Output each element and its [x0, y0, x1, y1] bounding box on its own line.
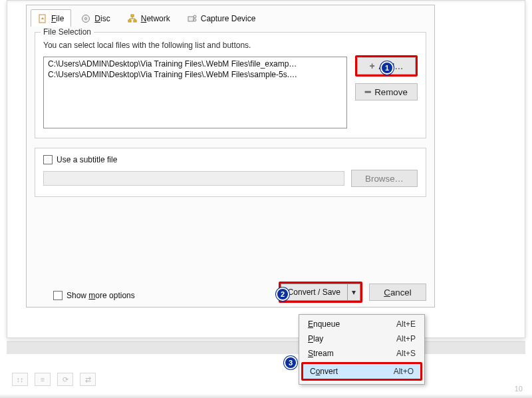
browse-button: Browse…: [351, 170, 418, 187]
cancel-label: Cancel: [384, 288, 412, 298]
bg-control-icon: ⟳: [57, 373, 73, 386]
tab-network-label: Network: [141, 14, 170, 23]
subtitle-path-input: [43, 171, 344, 186]
dialog-footer: Convert / Save ▾ Cancel: [279, 282, 426, 303]
file-selection-hint: You can select local files with the foll…: [43, 41, 418, 50]
tab-file-label: File: [51, 14, 64, 23]
annotation-badge-1: 1: [380, 61, 394, 75]
menu-item-convert[interactable]: Convert Alt+O: [303, 364, 420, 379]
annotation-badge-3: 3: [284, 356, 297, 369]
enqueue-label: Enqueue: [308, 319, 340, 329]
window-outer: File Disc Network Capture Device: [7, 0, 525, 338]
tab-disc[interactable]: Disc: [74, 9, 117, 27]
subtitle-group: Use a subtitle file Browse…: [35, 148, 426, 197]
convert-save-split-button[interactable]: Convert / Save ▾: [281, 284, 360, 301]
dropdown-arrow-icon[interactable]: ▾: [348, 288, 360, 297]
more-options-row[interactable]: Show more options: [53, 291, 135, 300]
background-player-controls: ↕↕ ≡ ⟳ ⇄: [12, 373, 96, 386]
disc-icon: [81, 14, 90, 23]
tab-bar: File Disc Network Capture Device: [27, 5, 434, 27]
capture-icon: [188, 14, 197, 23]
enqueue-shortcut: Alt+E: [396, 319, 416, 329]
tab-file[interactable]: File: [31, 9, 71, 27]
menu-item-play[interactable]: Play Alt+P: [301, 331, 422, 346]
stream-shortcut: Alt+S: [396, 349, 416, 358]
play-label: Play: [308, 334, 323, 343]
more-options-checkbox[interactable]: [53, 291, 63, 300]
list-item[interactable]: C:\Users\ADMIN\Desktop\Via Training File…: [47, 59, 344, 69]
svg-point-8: [194, 19, 196, 21]
tab-capture[interactable]: Capture Device: [180, 9, 263, 27]
list-item[interactable]: C:\Users\ADMIN\Desktop\Via Training File…: [47, 69, 344, 80]
bg-control-icon: ↕↕: [12, 373, 28, 386]
cancel-button[interactable]: Cancel: [369, 284, 426, 301]
bg-control-icon: ≡: [35, 373, 51, 386]
convert-save-label: Convert / Save: [288, 288, 340, 297]
bg-control-icon: ⇄: [80, 373, 96, 386]
svg-rect-5: [134, 20, 136, 22]
tab-disc-label: Disc: [94, 14, 110, 23]
browse-button-label: Browse…: [365, 174, 404, 184]
svg-rect-6: [188, 17, 194, 21]
highlight-convert-save: Convert / Save ▾: [279, 282, 362, 303]
convert-save-button[interactable]: Convert / Save: [281, 284, 348, 300]
convert-dropdown-menu: Enqueue Alt+E Play Alt+P Stream Alt+S Co…: [299, 314, 425, 385]
remove-button-label: Remove: [374, 87, 408, 97]
highlight-convert-menu: Convert Alt+O: [301, 362, 422, 381]
background-strip: [7, 341, 525, 354]
play-shortcut: Alt+P: [396, 334, 416, 343]
convert-label: Convert: [310, 367, 338, 376]
svg-point-7: [194, 15, 196, 18]
file-selection-group: File Selection You can select local file…: [35, 32, 426, 138]
svg-point-2: [85, 17, 87, 19]
menu-item-enqueue[interactable]: Enqueue Alt+E: [301, 317, 422, 331]
bottom-shadow: [0, 394, 532, 398]
network-icon: [128, 14, 137, 23]
subtitle-label: Use a subtitle file: [57, 155, 117, 164]
remove-button[interactable]: ━ Remove: [355, 83, 418, 100]
stream-label: Stream: [308, 349, 334, 358]
page-number: 10: [515, 385, 523, 393]
svg-rect-3: [131, 15, 134, 17]
file-listbox[interactable]: C:\Users\ADMIN\Desktop\Via Training File…: [43, 57, 347, 128]
file-icon: [38, 14, 47, 23]
convert-shortcut: Alt+O: [394, 367, 414, 376]
annotation-badge-2: 2: [276, 288, 289, 301]
svg-rect-4: [128, 20, 131, 22]
tab-network[interactable]: Network: [120, 9, 178, 27]
tab-capture-label: Capture Device: [201, 14, 256, 23]
file-selection-legend: File Selection: [41, 27, 94, 37]
more-options-label: Show more options: [66, 291, 135, 300]
open-media-dialog: File Disc Network Capture Device: [26, 5, 435, 307]
menu-item-stream[interactable]: Stream Alt+S: [301, 346, 422, 361]
subtitle-checkbox[interactable]: [43, 155, 53, 164]
